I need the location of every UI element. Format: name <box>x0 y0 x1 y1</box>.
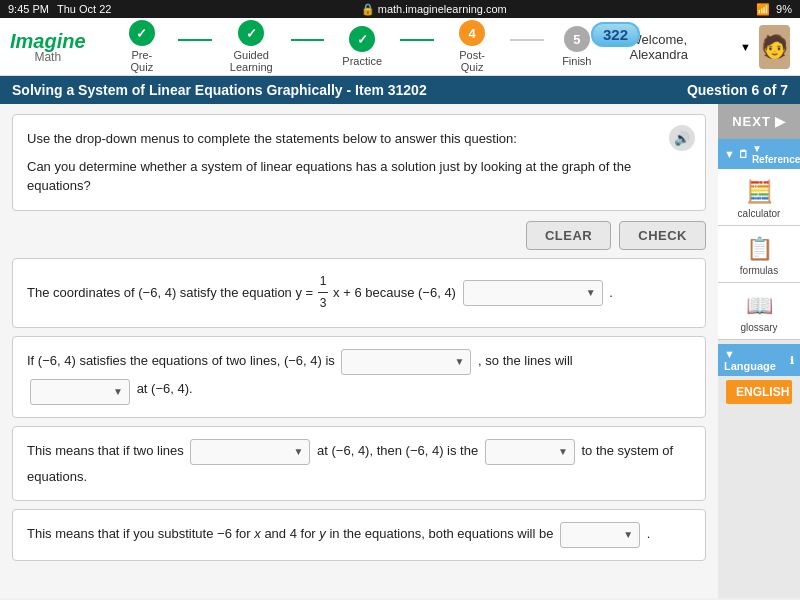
language-panel[interactable]: ▼ Language ℹ <box>718 344 800 376</box>
glossary-label: glossary <box>740 322 777 333</box>
formulas-icon: 📋 <box>746 236 773 262</box>
date-display: Thu Oct 22 <box>57 3 111 15</box>
answer2-text-before: If (−6, 4) satisfies the equations of tw… <box>27 353 335 368</box>
answer1-dropdown-arrow: ▼ <box>586 284 596 302</box>
calculator-icon: 🧮 <box>746 179 773 205</box>
welcome-area: Welcome, Alexandra ▼ 🧑 <box>630 25 791 69</box>
question-box: Use the drop-down menus to complete the … <box>12 114 706 211</box>
answer-card-1: The coordinates of (−6, 4) satisfy the e… <box>12 258 706 328</box>
reference-icon: 🗒 <box>738 148 749 160</box>
buttons-row: CLEAR CHECK <box>12 221 706 250</box>
wifi-icon: 📶 <box>756 3 770 16</box>
page-title-bar: Solving a System of Linear Equations Gra… <box>0 76 800 104</box>
glossary-tool[interactable]: 📖 glossary <box>718 283 800 340</box>
step-prequiz[interactable]: ✓ Pre-Quiz <box>106 20 179 73</box>
next-arrow-icon: ▶ <box>775 114 786 129</box>
battery-display: 9% <box>776 3 792 15</box>
step-postquiz[interactable]: 4 Post-Quiz <box>434 20 511 73</box>
url-display: 🔒 math.imaginelearning.com <box>361 3 507 15</box>
connector-4 <box>510 39 544 41</box>
content-area: Use the drop-down menus to complete the … <box>0 104 718 598</box>
right-sidebar: NEXT ▶ ▼ 🗒 ▼ Reference 🧮 calculator 📋 fo… <box>718 104 800 598</box>
clear-button[interactable]: CLEAR <box>526 221 611 250</box>
step-circle-postquiz: 4 <box>459 20 485 46</box>
step-guided[interactable]: ✓ GuidedLearning <box>212 20 291 73</box>
main-content: Use the drop-down menus to complete the … <box>0 104 800 598</box>
page-title: Solving a System of Linear Equations Gra… <box>12 82 427 98</box>
next-button-label: NEXT <box>732 114 771 129</box>
answer2-text-mid: , so the lines will <box>478 353 573 368</box>
question-text-1: Use the drop-down menus to complete the … <box>27 129 689 149</box>
answer2-dropdown2-arrow: ▼ <box>113 383 123 401</box>
answer3-dropdown1[interactable]: ▼ <box>190 439 310 465</box>
check-button[interactable]: CHECK <box>619 221 706 250</box>
step-label-prequiz: Pre-Quiz <box>124 49 161 73</box>
connector-3 <box>400 39 434 41</box>
logo-math: Math <box>10 51 86 63</box>
score-badge: 322 <box>591 22 640 47</box>
answer1-text-before: The coordinates of (−6, 4) satisfy the e… <box>27 284 317 299</box>
answer4-dropdown1[interactable]: ▼ <box>560 522 640 548</box>
step-label-guided: GuidedLearning <box>230 49 273 73</box>
answer-card-2: If (−6, 4) satisfies the equations of tw… <box>12 336 706 418</box>
answer1-dropdown[interactable]: ▼ <box>463 280 603 306</box>
answer2-dropdown2[interactable]: ▼ <box>30 379 130 405</box>
speaker-button[interactable]: 🔊 <box>669 125 695 151</box>
reference-label: ▼ <box>724 148 735 160</box>
logo-imagine: Imagine <box>10 31 86 51</box>
avatar: 🧑 <box>759 25 790 69</box>
step-circle-practice: ✓ <box>349 26 375 52</box>
glossary-icon: 📖 <box>746 293 773 319</box>
answer4-text-after: . <box>647 527 651 542</box>
connector-2 <box>291 39 325 41</box>
top-nav: Imagine Math ✓ Pre-Quiz ✓ GuidedLearning… <box>0 18 800 76</box>
english-button[interactable]: ENGLISH <box>726 380 792 404</box>
next-button[interactable]: NEXT ▶ <box>718 104 800 139</box>
answer-card-4: This means that if you substitute −6 for… <box>12 509 706 561</box>
logo: Imagine Math <box>10 31 86 63</box>
calculator-tool[interactable]: 🧮 calculator <box>718 169 800 226</box>
step-practice[interactable]: ✓ Practice <box>324 26 400 67</box>
question-info: Question 6 of 7 <box>687 82 788 98</box>
step-label-practice: Practice <box>342 55 382 67</box>
welcome-text: Welcome, Alexandra <box>630 32 733 62</box>
answer3-text-before: This means that if two lines <box>27 443 184 458</box>
step-circle-prequiz: ✓ <box>129 20 155 46</box>
dropdown-arrow-welcome[interactable]: ▼ <box>740 41 751 53</box>
step-label-postquiz: Post-Quiz <box>452 49 493 73</box>
fraction-1-3: 1 3 <box>318 271 329 315</box>
answer1-text-mid: x + 6 because (−6, 4) <box>333 284 456 299</box>
answer3-text-mid: at (−6, 4), then (−6, 4) is the <box>317 443 478 458</box>
answer4-dropdown1-arrow: ▼ <box>623 526 633 544</box>
answer2-dropdown1-arrow: ▼ <box>455 353 465 371</box>
step-label-finish: Finish <box>562 55 591 67</box>
answer2-dropdown1[interactable]: ▼ <box>341 349 471 375</box>
answer3-dropdown2-arrow: ▼ <box>558 443 568 461</box>
language-label: ▼ Language <box>724 348 787 372</box>
progress-steps: ✓ Pre-Quiz ✓ GuidedLearning ✓ Practice 4… <box>106 20 610 73</box>
question-text-2: Can you determine whether a system of li… <box>27 157 689 196</box>
answer-card-3: This means that if two lines ▼ at (−6, 4… <box>12 426 706 501</box>
answer2-text-after: at (−6, 4). <box>137 381 193 396</box>
language-info-icon: ℹ <box>790 355 794 366</box>
answer1-text-after: . <box>609 284 613 299</box>
status-bar: 9:45 PM Thu Oct 22 🔒 math.imaginelearnin… <box>0 0 800 18</box>
reference-panel[interactable]: ▼ 🗒 ▼ Reference <box>718 139 800 169</box>
step-circle-finish: 5 <box>564 26 590 52</box>
answer4-text-before: This means that if you substitute −6 for… <box>27 527 553 542</box>
connector-1 <box>178 39 212 41</box>
calculator-label: calculator <box>738 208 781 219</box>
time-display: 9:45 PM <box>8 3 49 15</box>
reference-text: ▼ Reference <box>752 143 800 165</box>
formulas-label: formulas <box>740 265 778 276</box>
answer3-dropdown2[interactable]: ▼ <box>485 439 575 465</box>
step-circle-guided: ✓ <box>238 20 264 46</box>
answer3-dropdown1-arrow: ▼ <box>294 443 304 461</box>
formulas-tool[interactable]: 📋 formulas <box>718 226 800 283</box>
